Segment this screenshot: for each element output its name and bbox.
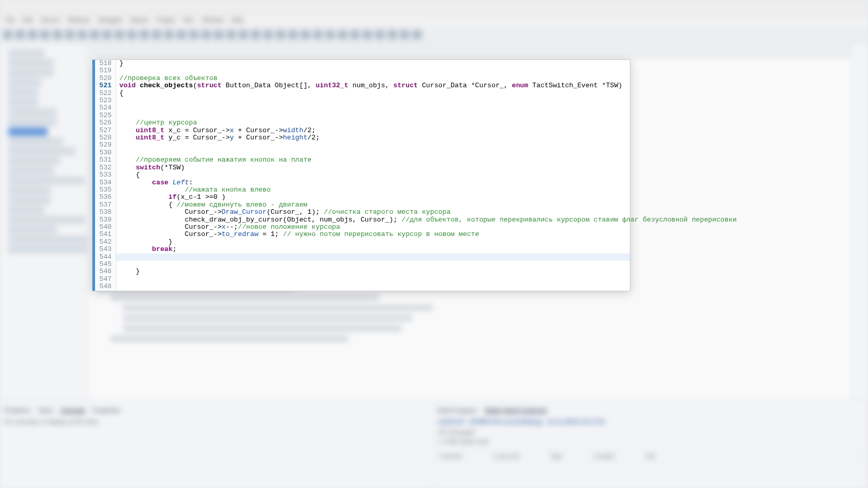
tree-item[interactable] [8, 69, 54, 77]
code-line[interactable]: 520//проверка всех объектов [92, 75, 630, 82]
tree-item[interactable] [8, 147, 75, 155]
tool-button[interactable] [152, 30, 161, 39]
tool-button[interactable] [288, 30, 298, 39]
tool-button[interactable] [301, 30, 310, 39]
code-text[interactable]: //нажата кнопка влево [116, 186, 271, 194]
tree-item[interactable] [8, 167, 54, 175]
code-line[interactable]: 530 [92, 149, 630, 156]
tab-console[interactable]: Console [60, 407, 85, 414]
code-line[interactable]: 519 [92, 67, 630, 74]
col-header[interactable]: Function [441, 453, 462, 459]
tool-button[interactable] [164, 30, 174, 39]
tool-button[interactable] [251, 30, 260, 39]
code-text[interactable] [116, 67, 123, 74]
tool-button[interactable] [140, 30, 149, 39]
code-line[interactable]: 525 [92, 112, 630, 119]
console-panel[interactable]: ProblemsTasksConsoleProperties No consol… [0, 401, 434, 488]
code-text[interactable]: switch(*TSW) [116, 164, 185, 171]
tree-item[interactable] [8, 186, 51, 195]
tree-item[interactable] [8, 137, 63, 146]
code-line[interactable]: 532 switch(*TSW) [92, 164, 630, 171]
tool-button[interactable] [189, 30, 198, 39]
analyzer-sub2[interactable]: ☐ Hide dead code [438, 438, 863, 445]
tab-tasks[interactable]: Tasks [38, 407, 54, 414]
code-line[interactable]: 546 } [92, 268, 630, 275]
tree-item[interactable] [8, 128, 48, 136]
tool-button[interactable] [177, 30, 186, 39]
code-text[interactable] [116, 97, 123, 104]
code-text[interactable] [116, 112, 123, 119]
tool-button[interactable] [313, 30, 322, 39]
code-text[interactable]: void check_objects(struct Button_Data Ob… [116, 82, 622, 89]
tree-item[interactable] [8, 108, 57, 116]
code-line[interactable]: 531 //проверяем событие нажатия кнопок н… [92, 156, 630, 164]
tree-item[interactable] [8, 78, 41, 87]
code-line[interactable]: 529 [92, 141, 630, 149]
tool-button[interactable] [239, 30, 248, 39]
tree-item[interactable] [8, 216, 85, 224]
tab-static-stack-analyzer[interactable]: Static Stack Analyzer [485, 407, 547, 414]
col-header[interactable]: Local cost [493, 453, 519, 459]
tool-button[interactable] [115, 30, 124, 39]
code-line[interactable]: 534 case Left: [92, 179, 630, 186]
code-text[interactable]: } [116, 60, 123, 67]
code-line[interactable]: 533 { [92, 171, 630, 179]
tree-item[interactable] [8, 235, 97, 244]
code-text[interactable]: //проверяем событие нажатия кнопок на пл… [116, 156, 312, 164]
code-text[interactable]: { [116, 90, 123, 97]
code-line[interactable]: 524 [92, 104, 630, 112]
code-line[interactable]: 540 Cursor_->x--;//новое положение курсо… [92, 224, 630, 231]
code-text[interactable]: Cursor_->Draw_Cursor(Cursor_, 1); //очис… [116, 209, 451, 216]
col-header[interactable]: Info [646, 453, 655, 459]
tool-button[interactable] [202, 30, 211, 39]
code-line[interactable]: 528 uint8_t y_c = Cursor_->y + Cursor_->… [92, 134, 630, 141]
code-text[interactable]: Cursor_->x--;//новое положение курсора [116, 224, 340, 231]
code-text[interactable]: } [116, 239, 173, 246]
menu-edit[interactable]: Edit [22, 17, 33, 25]
code-line[interactable]: 523 [92, 97, 630, 104]
code-line[interactable]: 544 [92, 254, 630, 261]
code-line[interactable]: 545 [92, 261, 630, 268]
code-text[interactable] [116, 254, 123, 261]
menu-help[interactable]: Help [231, 17, 244, 25]
code-line[interactable]: 538 Cursor_->Draw_Cursor(Cursor_, 1); //… [92, 209, 630, 216]
code-text[interactable]: check_draw_obj_by_cursor(Object, num_obj… [116, 216, 737, 224]
code-line[interactable]: 539 check_draw_obj_by_cursor(Object, num… [92, 216, 630, 224]
tool-button[interactable] [102, 30, 112, 39]
tool-button[interactable] [338, 30, 347, 39]
tree-item[interactable] [8, 88, 38, 97]
analyzer-sub1[interactable]: All Call graph [438, 429, 863, 436]
menu-refactor[interactable]: Refactor [67, 17, 90, 25]
tool-button[interactable] [388, 30, 397, 39]
tool-button[interactable] [16, 30, 25, 39]
code-text[interactable] [116, 276, 123, 283]
code-line[interactable]: 518} [92, 60, 630, 67]
tool-button[interactable] [78, 30, 87, 39]
tab-build-analyzer[interactable]: Build Analyzer [438, 407, 477, 414]
menu-bar[interactable]: FileEditSourceRefactorNavigateSearchProj… [0, 14, 868, 27]
tool-button[interactable] [53, 30, 62, 39]
code-text[interactable] [116, 261, 123, 268]
tree-item[interactable] [8, 157, 60, 165]
tool-button[interactable] [214, 30, 223, 39]
tool-button[interactable] [3, 30, 12, 39]
col-header[interactable]: Type [550, 453, 563, 459]
tree-item[interactable] [8, 177, 85, 185]
code-line[interactable]: 537 { //можем сдвинуть влево - двигаем [92, 201, 630, 209]
code-text[interactable]: //проверка всех объектов [116, 75, 218, 82]
code-text[interactable]: uint8_t y_c = Cursor_->y + Cursor_->heig… [116, 134, 320, 141]
code-line[interactable]: 521void check_objects(struct Button_Data… [92, 82, 630, 89]
tree-item[interactable] [8, 245, 91, 254]
code-text[interactable]: } [116, 268, 140, 275]
bottom-panels[interactable]: ProblemsTasksConsoleProperties No consol… [0, 400, 868, 488]
analyzer-panel[interactable]: Build AnalyzerStatic Stack Analyzer stmf… [434, 401, 868, 488]
menu-project[interactable]: Project [157, 17, 176, 25]
code-text[interactable] [116, 141, 123, 149]
tool-button[interactable] [90, 30, 99, 39]
code-text[interactable]: { [116, 171, 140, 179]
code-text[interactable] [116, 283, 123, 290]
code-text[interactable]: case Left: [116, 179, 193, 186]
code-line[interactable]: 543 break; [92, 246, 630, 253]
tool-button[interactable] [400, 30, 409, 39]
tool-button[interactable] [264, 30, 273, 39]
